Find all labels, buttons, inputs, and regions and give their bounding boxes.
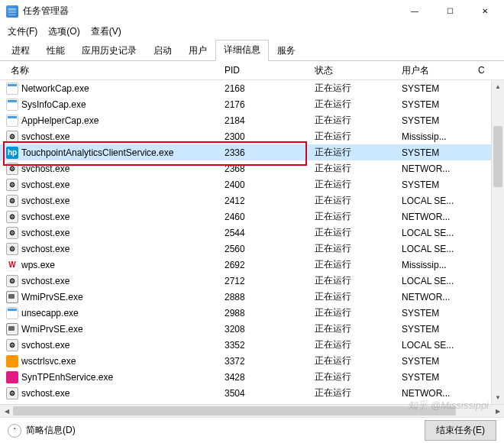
cell-name: svchost.exe [6,211,220,223]
cell-name: SysInfoCap.exe [6,99,220,111]
process-row[interactable]: Wwps.exe2692正在运行Mississip... [0,257,504,273]
tab-5[interactable]: 详细信息 [215,40,269,61]
process-row[interactable]: AppHelperCap.exe2184正在运行SYSTEM [0,112,504,128]
cell-user: SYSTEM [397,372,473,383]
col-header-pid[interactable]: PID [220,62,310,79]
cell-status: 正在运行 [310,82,397,95]
tab-0[interactable]: 进程 [3,40,38,61]
gear-icon [6,243,18,255]
process-row[interactable]: svchost.exe2712正在运行LOCAL SE... [0,273,504,289]
cell-pid: 2412 [220,196,310,206]
process-row[interactable]: svchost.exe2412正在运行LOCAL SE... [0,192,504,209]
process-row[interactable]: SysInfoCap.exe2176正在运行SYSTEM [0,96,504,112]
scroll-up-arrow-icon[interactable]: ▲ [492,80,504,93]
process-row[interactable]: svchost.exe2460正在运行NETWOR... [0,209,504,225]
window-title: 任务管理器 [23,5,397,18]
tab-3[interactable]: 启动 [145,40,180,61]
process-row[interactable]: svchost.exe2400正在运行SYSTEM [0,176,504,192]
horizontal-scrollbar[interactable]: ◀ ▶ [0,404,504,417]
chevron-up-icon: ˄ [8,424,21,438]
cell-status: 正在运行 [310,194,397,207]
process-row[interactable]: svchost.exe3352正在运行LOCAL SE... [0,337,504,353]
tab-4[interactable]: 用户 [180,40,215,61]
cell-name: unsecapp.exe [6,307,220,319]
horizontal-scroll-thumb[interactable] [13,406,456,416]
vertical-scrollbar[interactable]: ▲ ▼ [491,80,504,404]
vertical-scroll-thumb[interactable] [493,126,502,187]
process-row[interactable]: svchost.exe2560正在运行LOCAL SE... [0,241,504,257]
titlebar: 任务管理器 — ☐ ✕ [0,0,504,23]
cell-status: 正在运行 [310,306,397,319]
cell-user: NETWOR... [397,388,473,399]
process-row[interactable]: unsecapp.exe2988正在运行SYSTEM [0,305,504,321]
menu-options[interactable]: 选项(O) [44,24,84,40]
cell-user: SYSTEM [397,83,473,94]
gear-icon [6,195,18,207]
close-button[interactable]: ✕ [467,0,502,23]
cell-pid: 2712 [220,276,310,286]
process-row[interactable]: svchost.exe2368正在运行NETWOR... [0,160,504,176]
cell-status: 正在运行 [310,370,397,383]
process-row[interactable]: svchost.exe3504正在运行NETWOR... [0,385,504,401]
cell-pid: 3428 [220,372,310,383]
process-row[interactable]: svchost.exe2544正在运行LOCAL SE... [0,225,504,241]
process-row[interactable]: hpTouchpointAnalyticsClientService.exe23… [0,144,504,160]
col-header-user[interactable]: 用户名 [397,61,473,80]
col-header-name[interactable]: 名称 [6,61,220,80]
tab-6[interactable]: 服务 [269,40,304,61]
cell-status: 正在运行 [310,274,397,287]
process-row[interactable]: NetworkCap.exe2168正在运行SYSTEM [0,80,504,96]
col-header-last[interactable]: C [473,62,489,79]
process-name: svchost.exe [21,163,69,174]
process-row[interactable]: WmiPrvSE.exe2888正在运行NETWOR... [0,289,504,305]
process-name: wsctrlsvc.exe [21,356,76,367]
process-list[interactable]: NetworkCap.exe2168正在运行SYSTEMSysInfoCap.e… [0,80,504,404]
gear-icon [6,275,18,287]
tab-2[interactable]: 应用历史记录 [73,40,145,61]
footer: ˄ 简略信息(D) 结束任务(E) [0,417,504,443]
process-row[interactable]: svchost.exe2300正在运行Mississip... [0,128,504,144]
wmi-icon [6,291,18,303]
cell-status: 正在运行 [310,258,397,271]
cell-user: SYSTEM [397,147,473,158]
scroll-right-arrow-icon[interactable]: ▶ [491,405,504,418]
cell-name: svchost.exe [6,195,220,207]
cell-user: SYSTEM [397,324,473,335]
cell-pid: 2184 [220,115,310,126]
cell-name: svchost.exe [6,131,220,143]
menu-view[interactable]: 查看(V) [86,24,126,40]
gear-icon [6,339,18,351]
process-row[interactable]: wsctrlsvc.exe3372正在运行SYSTEM [0,353,504,369]
cell-pid: 2888 [220,292,310,302]
end-task-button[interactable]: 结束任务(E) [425,420,496,441]
tab-1[interactable]: 性能 [38,40,73,61]
process-row[interactable]: WmiPrvSE.exe3208正在运行SYSTEM [0,321,504,337]
col-header-status[interactable]: 状态 [310,61,397,80]
menu-file[interactable]: 文件(F) [3,24,42,40]
process-name: WmiPrvSE.exe [21,292,83,302]
cell-pid: 3352 [220,340,310,351]
window-controls: — ☐ ✕ [397,0,502,23]
process-name: SynTPEnhService.exe [21,372,113,383]
maximize-button[interactable]: ☐ [432,0,467,23]
process-name: svchost.exe [21,228,69,238]
cell-name: wsctrlsvc.exe [6,355,220,367]
process-row[interactable]: SynTPEnhService.exe3428正在运行SYSTEM [0,369,504,385]
scroll-left-arrow-icon[interactable]: ◀ [0,405,13,418]
process-name: svchost.exe [21,179,69,190]
cell-status: 正在运行 [310,354,397,367]
cell-status: 正在运行 [310,114,397,127]
minimize-button[interactable]: — [397,0,432,23]
brief-info-toggle[interactable]: ˄ 简略信息(D) [8,424,76,438]
cell-user: SYSTEM [397,308,473,319]
cell-status: 正在运行 [310,386,397,399]
cell-name: Wwps.exe [6,259,220,271]
wps-icon: W [6,259,18,271]
cell-name: hpTouchpointAnalyticsClientService.exe [6,147,220,159]
cell-user: LOCAL SE... [397,244,473,254]
cell-status: 正在运行 [310,338,397,351]
cell-name: svchost.exe [6,163,220,175]
scroll-down-arrow-icon[interactable]: ▼ [492,391,504,404]
cell-pid: 2300 [220,131,310,142]
cell-status: 正在运行 [310,210,397,223]
